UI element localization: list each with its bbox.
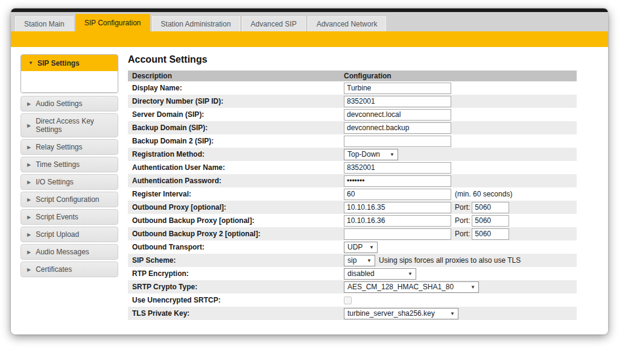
sidebar-item-label: I/O Settings xyxy=(36,178,74,186)
table-row: Directory Number (SIP ID): xyxy=(128,95,577,108)
sidebar-item-audio-messages[interactable]: ▶ Audio Messages xyxy=(21,244,118,260)
auth-user-name-input[interactable] xyxy=(344,162,451,174)
tab-station-main[interactable]: Station Main xyxy=(15,16,74,31)
sip-scheme-note: Using sips forces all proxies to also us… xyxy=(379,256,521,265)
chevron-right-icon: ▶ xyxy=(27,145,31,150)
sip-settings-subpanel xyxy=(21,71,118,92)
outbound-backup-proxy-2-port-input[interactable] xyxy=(472,228,509,240)
dropdown-arrow-icon: ▼ xyxy=(450,311,455,316)
tls-private-key-select[interactable]: turbine_server_sha256.key ▼ xyxy=(344,308,458,319)
field-label: SIP Scheme: xyxy=(128,256,344,265)
field-label: Outbound Backup Proxy [optional]: xyxy=(128,216,344,225)
backup-domain-input[interactable] xyxy=(344,122,451,134)
tab-advanced-sip[interactable]: Advanced SIP xyxy=(242,16,306,31)
select-value: AES_CM_128_HMAC_SHA1_80 xyxy=(347,283,454,291)
sidebar-item-io-settings[interactable]: ▶ I/O Settings xyxy=(21,174,118,190)
sidebar-item-label: Script Upload xyxy=(36,230,79,239)
chevron-right-icon: ▶ xyxy=(27,215,31,220)
table-row: Register Interval: (min. 60 seconds) xyxy=(128,187,577,201)
table-row: Outbound Proxy [optional]: Port: xyxy=(128,201,577,214)
account-settings-table: Description Configuration Display Name: … xyxy=(128,71,577,320)
tab-advanced-network[interactable]: Advanced Network xyxy=(308,16,387,31)
table-row: TLS Private Key: turbine_server_sha256.k… xyxy=(128,307,577,320)
field-label: TLS Private Key: xyxy=(128,309,344,318)
field-label: Backup Domain (SIP): xyxy=(128,124,344,132)
tab-bar: Station Main SIP Configuration Station A… xyxy=(11,12,608,31)
outbound-backup-proxy-2-input[interactable] xyxy=(344,228,451,240)
port-label: Port: xyxy=(455,216,470,225)
chevron-right-icon: ▶ xyxy=(27,123,31,128)
field-label: Authentication User Name: xyxy=(128,163,344,172)
field-label: SRTP Crypto Type: xyxy=(128,283,344,291)
dropdown-arrow-icon: ▼ xyxy=(408,271,413,277)
srtp-crypto-type-select[interactable]: AES_CM_128_HMAC_SHA1_80 ▼ xyxy=(344,281,479,293)
dropdown-arrow-icon: ▼ xyxy=(369,245,374,250)
outbound-backup-proxy-input[interactable] xyxy=(344,215,451,227)
server-domain-input[interactable] xyxy=(344,109,451,121)
sidebar: ▼ SIP Settings ▶ Audio Settings ▶ Direct… xyxy=(21,54,118,320)
chevron-right-icon: ▶ xyxy=(27,162,31,168)
column-header-description: Description xyxy=(128,72,344,80)
yellow-banner xyxy=(11,31,608,47)
outbound-proxy-input[interactable] xyxy=(344,202,451,213)
table-row: Registration Method: Top-Down ▼ xyxy=(128,148,577,161)
table-row: Server Domain (SIP): xyxy=(128,108,577,121)
table-row: SRTP Crypto Type: AES_CM_128_HMAC_SHA1_8… xyxy=(128,280,577,293)
field-label: Directory Number (SIP ID): xyxy=(128,97,344,105)
dropdown-arrow-icon: ▼ xyxy=(471,284,475,290)
chevron-right-icon: ▶ xyxy=(27,197,31,202)
sidebar-item-label: Audio Messages xyxy=(36,248,89,256)
outbound-backup-proxy-port-input[interactable] xyxy=(472,215,509,227)
page-title: Account Settings xyxy=(128,54,577,65)
sidebar-item-audio-settings[interactable]: ▶ Audio Settings xyxy=(21,96,118,111)
dropdown-arrow-icon: ▼ xyxy=(390,152,395,157)
sidebar-item-label: Certificates xyxy=(36,265,72,274)
tab-station-administration[interactable]: Station Administration xyxy=(152,16,240,31)
sidebar-item-time-settings[interactable]: ▶ Time Settings xyxy=(21,157,118,172)
backup-domain-2-input[interactable] xyxy=(344,136,451,147)
main-panel: Account Settings Description Configurati… xyxy=(128,54,577,320)
sip-scheme-select[interactable]: sip ▼ xyxy=(344,255,375,266)
register-interval-note: (min. 60 seconds) xyxy=(455,190,512,198)
sidebar-item-sip-settings[interactable]: ▼ SIP Settings xyxy=(21,55,118,71)
field-label: Display Name: xyxy=(128,84,344,92)
table-row: Authentication User Name: xyxy=(128,161,577,174)
chevron-right-icon: ▶ xyxy=(27,267,31,272)
field-label: Authentication Password: xyxy=(128,177,344,185)
use-unencrypted-srtcp-checkbox[interactable] xyxy=(344,297,352,304)
field-label: Server Domain (SIP): xyxy=(128,110,344,119)
sidebar-item-script-configuration[interactable]: ▶ Script Configuration xyxy=(21,192,118,207)
select-value: Top-Down xyxy=(347,150,380,158)
chevron-right-icon: ▶ xyxy=(27,101,31,107)
table-row: Display Name: xyxy=(128,81,577,95)
sidebar-item-label: Script Configuration xyxy=(36,195,99,204)
table-header-row: Description Configuration xyxy=(128,71,577,81)
field-label: Use Unencrypted SRTCP: xyxy=(128,296,344,304)
display-name-input[interactable] xyxy=(344,83,451,94)
field-label: Backup Domain 2 (SIP): xyxy=(128,137,344,145)
app-window: Station Main SIP Configuration Station A… xyxy=(11,8,608,334)
registration-method-select[interactable]: Top-Down ▼ xyxy=(344,149,398,160)
tab-sip-configuration[interactable]: SIP Configuration xyxy=(75,14,150,31)
chevron-right-icon: ▶ xyxy=(27,249,31,255)
field-label: Register Interval: xyxy=(128,190,344,198)
sidebar-item-label: Audio Settings xyxy=(36,99,82,108)
register-interval-input[interactable] xyxy=(344,189,451,200)
port-label: Port: xyxy=(455,230,470,238)
auth-password-input[interactable] xyxy=(344,175,451,187)
sidebar-item-direct-access-key-settings[interactable]: ▶ Direct Access Key Settings xyxy=(21,113,118,137)
outbound-transport-select[interactable]: UDP ▼ xyxy=(344,242,378,253)
sidebar-item-relay-settings[interactable]: ▶ Relay Settings xyxy=(21,139,118,155)
chevron-down-icon: ▼ xyxy=(28,60,33,66)
table-row: Use Unencrypted SRTCP: xyxy=(128,293,577,307)
rtp-encryption-select[interactable]: disabled ▼ xyxy=(344,268,416,280)
sidebar-item-script-upload[interactable]: ▶ Script Upload xyxy=(21,227,118,242)
directory-number-input[interactable] xyxy=(344,96,451,107)
sidebar-item-label: Time Settings xyxy=(36,160,80,169)
table-row: Authentication Password: xyxy=(128,174,577,187)
sidebar-item-script-events[interactable]: ▶ Script Events xyxy=(21,209,118,225)
sidebar-item-certificates[interactable]: ▶ Certificates xyxy=(21,262,118,277)
outbound-proxy-port-input[interactable] xyxy=(472,202,509,213)
field-label: RTP Encryption: xyxy=(128,269,344,278)
select-value: sip xyxy=(347,256,357,265)
